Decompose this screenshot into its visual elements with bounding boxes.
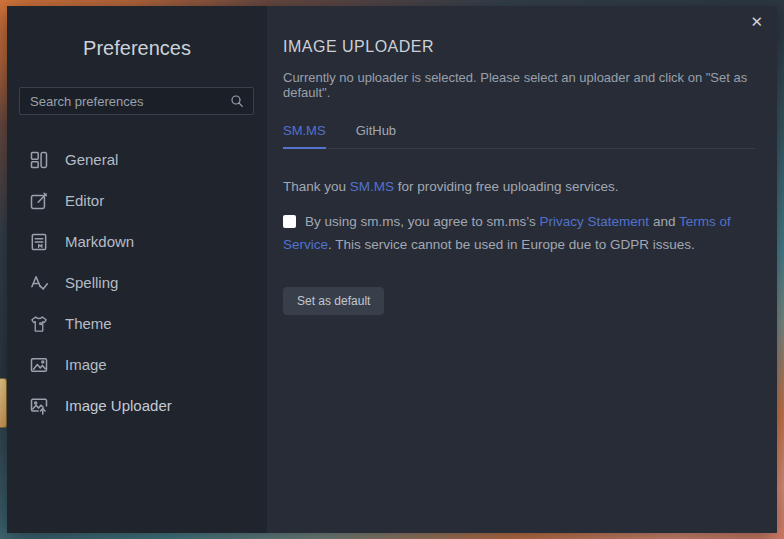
theme-icon bbox=[29, 314, 49, 334]
smms-link[interactable]: SM.MS bbox=[350, 179, 394, 194]
search-box bbox=[19, 87, 254, 115]
sidebar-item-general[interactable]: General bbox=[7, 139, 267, 180]
search-input[interactable] bbox=[19, 87, 254, 115]
desktop-wallpaper: { "window": { "close_label": "✕" }, "sid… bbox=[0, 0, 784, 539]
spelling-icon bbox=[29, 273, 49, 293]
sidebar-item-label: Theme bbox=[65, 315, 112, 332]
tab-github[interactable]: GitHub bbox=[356, 123, 396, 148]
uploader-description: Currently no uploader is selected. Pleas… bbox=[283, 70, 755, 100]
image-uploader-panel: ✕ IMAGE UPLOADER Currently no uploader i… bbox=[267, 6, 777, 533]
sidebar-item-label: Image Uploader bbox=[65, 397, 172, 414]
general-layout-icon bbox=[29, 150, 49, 170]
markdown-icon bbox=[29, 232, 49, 252]
preferences-title: Preferences bbox=[7, 37, 267, 60]
tab-smms[interactable]: SM.MS bbox=[283, 123, 326, 149]
sidebar-item-label: Markdown bbox=[65, 233, 134, 250]
thanks-text: Thank you SM.MS for providing free uploa… bbox=[283, 179, 755, 194]
sidebar-item-label: Editor bbox=[65, 192, 104, 209]
image-icon bbox=[29, 355, 49, 375]
privacy-statement-link[interactable]: Privacy Statement bbox=[540, 214, 650, 229]
agreement-after: . This service cannot be used in Europe … bbox=[328, 237, 695, 252]
sidebar-item-label: Image bbox=[65, 356, 107, 373]
sidebar-menu: General Editor bbox=[7, 139, 267, 426]
sidebar-item-image[interactable]: Image bbox=[7, 344, 267, 385]
sidebar-item-spelling[interactable]: Spelling bbox=[7, 262, 267, 303]
thanks-suffix: for providing free uploading services. bbox=[394, 179, 618, 194]
agreement-checkbox[interactable] bbox=[283, 215, 296, 228]
agreement-middle: and bbox=[649, 214, 679, 229]
page-title: IMAGE UPLOADER bbox=[283, 38, 755, 56]
uploader-tabs: SM.MS GitHub bbox=[283, 123, 755, 149]
sidebar-item-label: General bbox=[65, 151, 118, 168]
wallpaper-highlight bbox=[0, 378, 7, 428]
sidebar-item-theme[interactable]: Theme bbox=[7, 303, 267, 344]
sidebar: Preferences General bbox=[7, 6, 267, 533]
sidebar-item-label: Spelling bbox=[65, 274, 118, 291]
agreement-text: By using sm.ms, you agree to sm.ms’s Pri… bbox=[283, 211, 755, 257]
close-icon[interactable]: ✕ bbox=[748, 12, 765, 31]
editor-icon bbox=[29, 191, 49, 211]
sidebar-item-markdown[interactable]: Markdown bbox=[7, 221, 267, 262]
sidebar-item-editor[interactable]: Editor bbox=[7, 180, 267, 221]
agreement-before: By using sm.ms, you agree to sm.ms’s bbox=[305, 214, 540, 229]
image-uploader-icon bbox=[29, 396, 49, 416]
thanks-prefix: Thank you bbox=[283, 179, 350, 194]
preferences-dialog: Preferences General bbox=[7, 6, 777, 533]
sidebar-item-image-uploader[interactable]: Image Uploader bbox=[7, 385, 267, 426]
set-as-default-button[interactable]: Set as default bbox=[283, 287, 384, 315]
